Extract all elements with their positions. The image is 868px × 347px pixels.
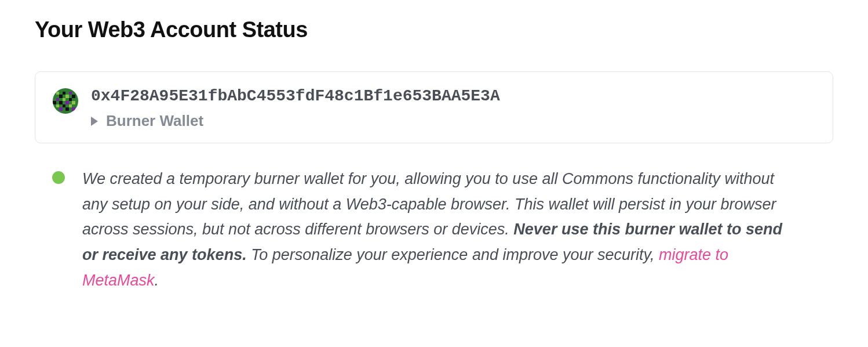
svg-rect-6 bbox=[72, 95, 75, 98]
wallet-address: 0x4F28A95E31fbAbC4553fdF48c1Bf1e653BAA5E… bbox=[91, 87, 815, 105]
status-dot-icon bbox=[52, 171, 65, 184]
svg-rect-17 bbox=[59, 107, 63, 111]
svg-rect-1 bbox=[56, 92, 60, 95]
svg-rect-4 bbox=[59, 95, 63, 98]
wallet-type-label: Burner Wallet bbox=[106, 112, 203, 130]
svg-rect-18 bbox=[65, 107, 69, 111]
svg-rect-13 bbox=[72, 101, 75, 104]
svg-rect-8 bbox=[63, 98, 66, 102]
status-info: We created a temporary burner wallet for… bbox=[35, 167, 833, 294]
wallet-avatar-icon bbox=[53, 88, 78, 114]
svg-rect-10 bbox=[53, 101, 56, 104]
status-text-2: To personalize your experience and impro… bbox=[247, 246, 659, 263]
status-text-3: . bbox=[155, 272, 159, 289]
wallet-type-toggle[interactable]: Burner Wallet bbox=[91, 112, 815, 130]
wallet-card: 0x4F28A95E31fbAbC4553fdF48c1Bf1e653BAA5E… bbox=[35, 71, 833, 143]
svg-rect-3 bbox=[69, 92, 72, 95]
svg-rect-9 bbox=[69, 98, 72, 102]
svg-rect-7 bbox=[56, 98, 60, 102]
svg-rect-16 bbox=[69, 104, 72, 108]
svg-rect-5 bbox=[65, 95, 69, 98]
svg-rect-15 bbox=[63, 104, 66, 108]
svg-rect-2 bbox=[63, 92, 66, 95]
svg-rect-14 bbox=[56, 104, 60, 108]
page-title: Your Web3 Account Status bbox=[35, 17, 833, 42]
triangle-right-icon bbox=[91, 117, 98, 126]
status-paragraph: We created a temporary burner wallet for… bbox=[82, 167, 795, 294]
svg-rect-11 bbox=[59, 101, 63, 104]
svg-rect-19 bbox=[72, 107, 75, 111]
wallet-card-body: 0x4F28A95E31fbAbC4553fdF48c1Bf1e653BAA5E… bbox=[91, 87, 815, 130]
svg-rect-12 bbox=[65, 101, 69, 104]
